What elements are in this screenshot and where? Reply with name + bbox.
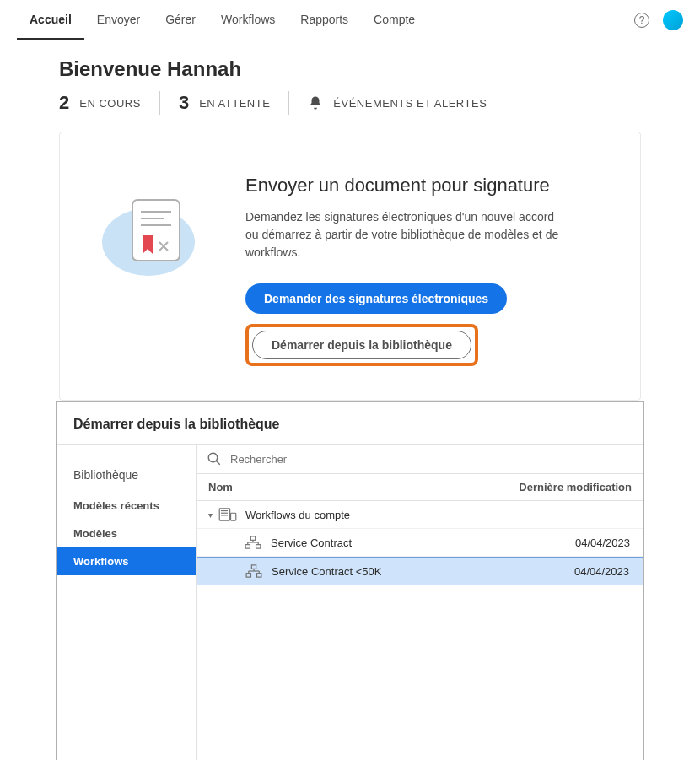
stat-pending-num: 3 <box>179 92 189 114</box>
tree-row[interactable]: Service Contract 04/04/2023 <box>197 529 643 557</box>
sidebar-title: Bibliothèque <box>57 445 196 492</box>
hero-title: Envoyer un document pour signature <box>245 175 598 197</box>
stat-events[interactable]: ÉVÉNEMENTS ET ALERTES <box>289 95 505 110</box>
workflow-icon <box>244 536 262 549</box>
svg-line-6 <box>216 461 220 465</box>
chevron-down-icon: ▾ <box>205 510 215 520</box>
bell-icon <box>308 95 323 110</box>
stat-in-progress-label: EN COURS <box>79 97 141 110</box>
svg-rect-19 <box>251 565 256 569</box>
hero-card: Envoyer un document pour signature Deman… <box>59 132 641 401</box>
hero-desc: Demandez les signatures électroniques d'… <box>245 208 566 261</box>
svg-rect-21 <box>257 574 261 577</box>
nav-tab-rapports[interactable]: Rapports <box>288 1 361 40</box>
tree-group-label: Workflows du compte <box>245 509 635 521</box>
library-dialog: Démarrer depuis la bibliothèque Biblioth… <box>56 401 644 760</box>
search-icon <box>207 451 222 466</box>
column-name: Nom <box>208 481 233 493</box>
svg-rect-20 <box>246 574 250 577</box>
nav-tab-workflows[interactable]: Workflows <box>208 1 288 40</box>
sidebar-item-recent-templates[interactable]: Modèles récents <box>57 492 196 520</box>
column-modified: Dernière modification <box>519 481 632 493</box>
avatar[interactable] <box>663 10 683 30</box>
nav-tab-accueil[interactable]: Accueil <box>17 1 84 40</box>
workflow-icon <box>245 564 263 578</box>
tree-row-date: 04/04/2023 <box>574 565 634 578</box>
tree-row-name: Service Contract <box>271 536 575 549</box>
tree-row-date: 04/04/2023 <box>575 536 635 549</box>
nav-tabs: Accueil Envoyer Gérer Workflows Rapports… <box>17 1 428 40</box>
sidebar-item-workflows[interactable]: Workflows <box>57 547 196 575</box>
stat-events-label: ÉVÉNEMENTS ET ALERTES <box>333 97 487 110</box>
dialog-title: Démarrer depuis la bibliothèque <box>57 402 643 444</box>
request-signatures-button[interactable]: Demander des signatures électroniques <box>245 283 507 314</box>
stat-pending-label: EN ATTENTE <box>199 97 270 110</box>
welcome-title: Bienvenue Hannah <box>59 57 641 81</box>
help-icon[interactable]: ? <box>634 13 649 28</box>
highlighted-frame: Démarrer depuis la bibliothèque <box>245 324 478 366</box>
tree-group-row[interactable]: ▾ Workflows du compte <box>197 501 643 529</box>
svg-rect-14 <box>256 545 261 548</box>
stat-pending[interactable]: 3 EN ATTENTE <box>160 92 288 114</box>
svg-rect-13 <box>245 545 250 548</box>
nav-tab-envoyer[interactable]: Envoyer <box>84 1 153 40</box>
svg-rect-12 <box>250 536 255 540</box>
stat-in-progress[interactable]: 2 EN COURS <box>59 92 159 114</box>
folder-icon <box>218 508 237 521</box>
sidebar-item-templates[interactable]: Modèles <box>57 520 196 547</box>
document-illustration <box>102 175 203 284</box>
nav-tab-compte[interactable]: Compte <box>361 1 428 40</box>
tree-row-name: Service Contract <50K <box>272 565 574 578</box>
dialog-sidebar: Bibliothèque Modèles récents Modèles Wor… <box>57 445 196 760</box>
start-from-library-button[interactable]: Démarrer depuis la bibliothèque <box>252 331 471 359</box>
tree-row[interactable]: Service Contract <50K 04/04/2023 <box>197 557 643 585</box>
nav-tab-gerer[interactable]: Gérer <box>153 1 208 40</box>
svg-rect-8 <box>231 513 236 520</box>
svg-point-5 <box>208 453 218 462</box>
svg-rect-1 <box>132 200 180 261</box>
search-input[interactable] <box>230 453 633 466</box>
stat-in-progress-num: 2 <box>59 92 69 114</box>
